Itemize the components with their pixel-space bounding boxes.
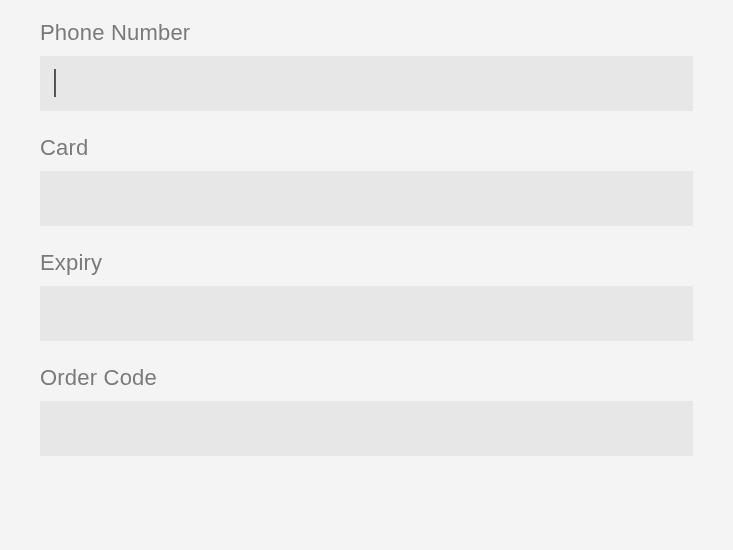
order-code-input[interactable] xyxy=(40,401,693,456)
phone-input-wrapper xyxy=(40,56,693,111)
card-label: Card xyxy=(40,135,693,161)
card-input[interactable] xyxy=(40,171,693,226)
order-code-field-group: Order Code xyxy=(40,365,693,456)
card-field-group: Card xyxy=(40,135,693,226)
expiry-label: Expiry xyxy=(40,250,693,276)
phone-field-group: Phone Number xyxy=(40,20,693,111)
order-code-label: Order Code xyxy=(40,365,693,391)
expiry-field-group: Expiry xyxy=(40,250,693,341)
phone-input[interactable] xyxy=(40,56,693,111)
phone-label: Phone Number xyxy=(40,20,693,46)
expiry-input[interactable] xyxy=(40,286,693,341)
